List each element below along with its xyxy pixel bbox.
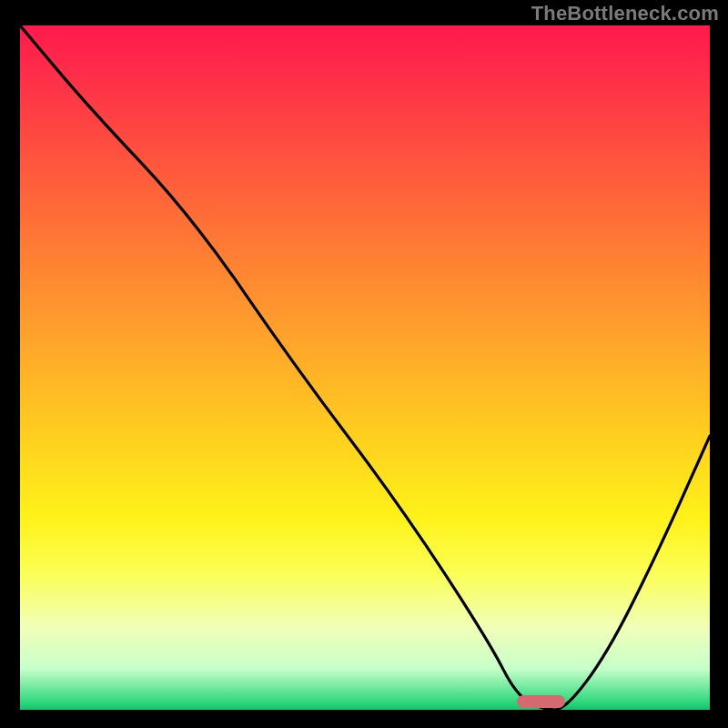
optimal-range-marker <box>517 695 565 708</box>
watermark-label: TheBottleneck.com <box>531 2 719 25</box>
chart-frame: TheBottleneck.com <box>0 0 728 728</box>
plot-area <box>20 25 710 710</box>
bottleneck-curve <box>20 25 710 710</box>
